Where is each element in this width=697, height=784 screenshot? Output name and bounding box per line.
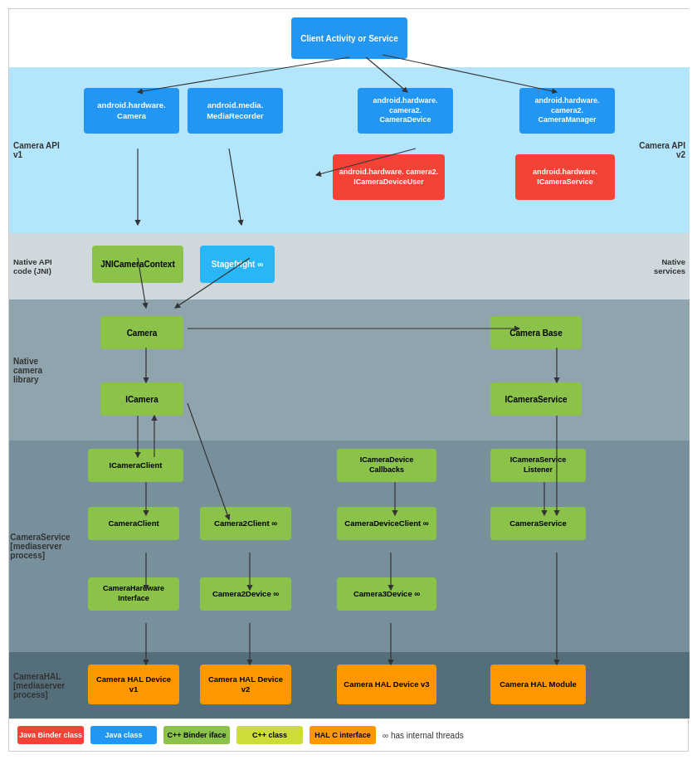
legend-cpp-binder-box: C++ Binder iface (163, 726, 230, 744)
client-activity-box: Client Activity or Service (291, 17, 407, 59)
android-hardware-camera2-manager-box: android.hardware. camera2. CameraManager (519, 88, 615, 134)
jni-camera-context-box: JNICameraContext (92, 246, 183, 283)
diagram-wrapper: Client Activity or Service Camera API v1… (9, 9, 690, 718)
api-layer-section: Camera API v1 Camera API v2 android.hard… (9, 67, 690, 233)
legend-cpp-binder: C++ Binder iface (163, 726, 230, 744)
icamera-service-listener-box: ICameraService Listener (490, 449, 586, 482)
camera-service-section: CameraService [mediaserver process] ICam… (9, 441, 690, 652)
camera-service-label: CameraService [mediaserver process] (9, 441, 71, 652)
icamera-service-native-box: ICameraService (490, 382, 582, 416)
legend-java-binder-box: Java Binder class (17, 726, 84, 744)
icamera-client-box: ICameraClient (88, 449, 183, 482)
stagefright-box: Stagefright ∞ (200, 246, 275, 283)
camera-base-box: Camera Base (490, 316, 582, 349)
icamera-box: ICamera (100, 382, 183, 416)
legend-cpp-class-box: C++ class (236, 726, 303, 744)
camera-hal-label: CameraHAL [mediaserver process] (9, 652, 71, 718)
native-api-label: Native API code (JNI) (9, 233, 71, 299)
camera-hal-module-box: Camera HAL Module (490, 665, 586, 704)
camera-client-box: CameraClient (88, 507, 179, 540)
camera2-client-box: Camera2Client ∞ (200, 507, 291, 540)
camera-hal-section: CameraHAL [mediaserver process] Camera H… (9, 652, 690, 718)
legend-java-class: Java class (90, 726, 157, 744)
camera-hal-device-v2-box: Camera HAL Device v2 (200, 665, 291, 704)
legend-java-binder: Java Binder class (17, 726, 84, 744)
camera-hal-device-v1-box: Camera HAL Device v1 (88, 665, 179, 704)
camera-api-v1-label: Camera API v1 (9, 67, 71, 233)
icamera-device-callbacks-box: ICameraDevice Callbacks (337, 449, 436, 482)
camera-api-v2-label: Camera API v2 (627, 67, 690, 233)
native-cam-label: Native camera library (9, 299, 71, 441)
legend-cpp-class: C++ class (236, 726, 303, 744)
legend-hal-c-box: HAL C interface (310, 726, 376, 744)
legend: Java Binder class Java class C++ Binder … (9, 718, 688, 751)
client-section: Client Activity or Service (9, 9, 690, 67)
android-hardware-camera-box: android.hardware. Camera (84, 88, 179, 134)
camera2-device-box: Camera2Device ∞ (200, 577, 291, 611)
legend-internal-threads: ∞ has internal threads (383, 731, 464, 740)
camera-native-box: Camera (100, 316, 183, 349)
main-container: Client Activity or Service Camera API v1… (8, 8, 689, 752)
android-hardware-icameraservice-box: android.hardware. ICameraService (515, 154, 615, 200)
camera-service-box: CameraService (490, 507, 586, 540)
android-hardware-camera2-device-box: android.hardware. camera2. CameraDevice (358, 88, 453, 134)
native-cam-section: Native camera library Camera ICamera Cam… (9, 299, 690, 441)
native-api-section: Native API code (JNI) Native services JN… (9, 233, 690, 299)
camera-hal-device-v3-box: Camera HAL Device v3 (337, 665, 436, 704)
camera3-device-box: Camera3Device ∞ (337, 577, 436, 611)
camera-hardware-interface-box: CameraHardware Interface (88, 577, 179, 611)
android-hardware-icameradeviceuser-box: android.hardware. camera2. ICameraDevice… (333, 154, 445, 200)
legend-java-class-box: Java class (90, 726, 157, 744)
legend-hal-c: HAL C interface (310, 726, 376, 744)
native-services-label: Native services (627, 233, 690, 299)
camera-device-client-box: CameraDeviceClient ∞ (337, 507, 436, 540)
android-media-mediarecorder-box: android.media. MediaRecorder (188, 88, 283, 134)
